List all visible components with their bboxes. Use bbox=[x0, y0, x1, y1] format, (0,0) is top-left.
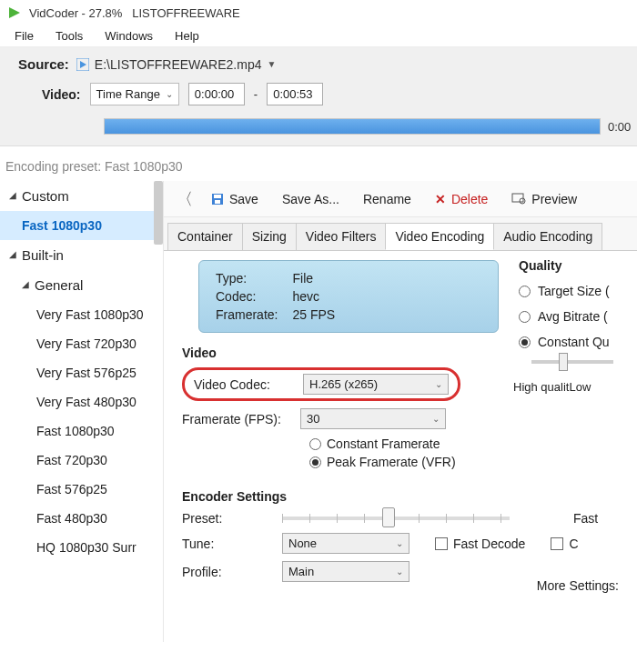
svg-rect-6 bbox=[512, 194, 523, 202]
save-as-button[interactable]: Save As... bbox=[273, 186, 349, 212]
checkbox-icon bbox=[551, 537, 563, 550]
video-mode-dropdown[interactable]: Time Range⌄ bbox=[90, 83, 179, 105]
tab-video-filters[interactable]: Video Filters bbox=[296, 223, 387, 250]
slider-thumb[interactable] bbox=[382, 507, 395, 527]
framerate-select[interactable]: 30⌄ bbox=[300, 408, 446, 429]
encode-progress bbox=[104, 118, 601, 135]
tune-select[interactable]: None⌄ bbox=[282, 533, 410, 554]
slider-thumb[interactable] bbox=[559, 353, 568, 371]
tune-label: Tune: bbox=[182, 537, 273, 551]
quality-panel: Quality Target Size ( Avg Bitrate ( Cons… bbox=[519, 258, 613, 394]
source-label: Source: bbox=[18, 56, 69, 72]
sidebar-group-builtin[interactable]: ◢ Built-in bbox=[0, 240, 163, 270]
video-codec-select[interactable]: H.265 (x265)⌄ bbox=[303, 374, 449, 395]
preset-speed-value: Fast bbox=[573, 511, 598, 526]
menu-windows[interactable]: Windows bbox=[96, 26, 162, 45]
chevron-down-icon: ⌄ bbox=[396, 538, 403, 548]
fast-decode-checkbox[interactable]: Fast Decode bbox=[435, 537, 525, 551]
menu-tools[interactable]: Tools bbox=[46, 26, 92, 45]
caret-down-icon: ◢ bbox=[22, 279, 29, 289]
more-settings-label: More Settings: bbox=[537, 578, 619, 593]
encoding-preset-line: Encoding preset: Fast 1080p30 bbox=[0, 146, 637, 181]
tab-body: Type:File Codec:hevc Framerate:25 FPS Vi… bbox=[164, 251, 637, 598]
quality-caption: High qualitLow bbox=[513, 380, 613, 394]
scrollbar-thumb[interactable] bbox=[154, 181, 163, 245]
chevron-down-icon: ▼ bbox=[267, 59, 276, 69]
time-start-input[interactable]: 0:00:00 bbox=[188, 83, 245, 105]
preview-button[interactable]: Preview bbox=[502, 186, 586, 212]
chevron-down-icon: ⌄ bbox=[435, 379, 442, 389]
encode-progress-bar bbox=[105, 119, 600, 134]
save-button[interactable]: Save bbox=[202, 186, 268, 212]
time-end-input[interactable]: 0:00:53 bbox=[267, 83, 323, 105]
window-title: VidCoder - 27.8% LISTOFFREEWARE bbox=[29, 6, 240, 20]
radio-icon bbox=[519, 311, 531, 323]
tab-sizing[interactable]: Sizing bbox=[242, 223, 297, 250]
caret-down-icon: ◢ bbox=[9, 190, 16, 200]
chevron-down-icon: ⌄ bbox=[166, 89, 173, 99]
quality-target-radio[interactable]: Target Size ( bbox=[519, 284, 613, 298]
svg-marker-2 bbox=[80, 61, 86, 68]
content-toolbar: 〈 Save Save As... Rename ✕ Delete Previe… bbox=[164, 181, 637, 217]
menu-file[interactable]: File bbox=[5, 26, 43, 45]
sidebar-group-general[interactable]: ◢ General bbox=[0, 270, 163, 300]
sidebar-preset[interactable]: Fast 720p30 bbox=[0, 446, 163, 475]
sidebar-preset[interactable]: Very Fast 720p30 bbox=[0, 329, 163, 358]
progress-right-label: 0:00 bbox=[608, 120, 631, 134]
app-icon bbox=[7, 5, 22, 20]
sidebar-preset[interactable]: Very Fast 480p30 bbox=[0, 387, 163, 416]
tab-audio-encoding[interactable]: Audio Encoding bbox=[493, 223, 602, 250]
chevron-down-icon: ⌄ bbox=[396, 567, 403, 577]
tab-container[interactable]: Container bbox=[167, 223, 243, 250]
sidebar-preset[interactable]: Very Fast 576p25 bbox=[0, 358, 163, 387]
menu-help[interactable]: Help bbox=[166, 26, 208, 45]
preset-slider[interactable] bbox=[282, 517, 510, 520]
chevron-down-icon: ⌄ bbox=[432, 414, 440, 424]
titlebar: VidCoder - 27.8% LISTOFFREEWARE bbox=[0, 0, 637, 25]
tab-video-encoding[interactable]: Video Encoding bbox=[385, 223, 494, 250]
delete-icon: ✕ bbox=[435, 192, 446, 206]
save-icon bbox=[211, 193, 224, 206]
preset-label: Preset: bbox=[182, 511, 273, 526]
preview-icon bbox=[511, 193, 526, 206]
cfr-radio-row[interactable]: Constant Framerate bbox=[309, 436, 624, 451]
svg-marker-0 bbox=[9, 7, 20, 18]
highlight-ring: Video Codec: H.265 (x265)⌄ bbox=[182, 367, 460, 401]
sidebar-preset[interactable]: Fast 480p30 bbox=[0, 504, 163, 533]
encoder-heading: Encoder Settings bbox=[182, 489, 624, 504]
svg-rect-4 bbox=[214, 195, 221, 198]
delete-button[interactable]: ✕ Delete bbox=[426, 186, 497, 212]
partial-checkbox[interactable]: C bbox=[551, 537, 578, 551]
sidebar-preset-fast1080p30-custom[interactable]: Fast 1080p30 bbox=[0, 211, 163, 240]
radio-icon bbox=[519, 286, 531, 297]
source-panel: Source: E:\LISTOFFREEWARE2.mp4 ▼ Video: … bbox=[0, 47, 637, 146]
checkbox-icon bbox=[435, 537, 448, 550]
dash-separator: - bbox=[254, 87, 258, 101]
tabs: Container Sizing Video Filters Video Enc… bbox=[164, 217, 637, 251]
quality-avg-radio[interactable]: Avg Bitrate ( bbox=[519, 309, 613, 324]
source-file-button[interactable]: E:\LISTOFFREEWARE2.mp4 ▼ bbox=[76, 57, 277, 72]
profile-label: Profile: bbox=[182, 565, 273, 579]
back-button[interactable]: 〈 bbox=[171, 185, 197, 214]
video-label: Video: bbox=[42, 87, 81, 102]
rename-button[interactable]: Rename bbox=[354, 186, 420, 212]
sidebar-group-custom[interactable]: ◢ Custom bbox=[0, 181, 163, 211]
preset-sidebar: ◢ Custom Fast 1080p30 ◢ Built-in ◢ Gener… bbox=[0, 181, 164, 642]
sidebar-preset[interactable]: HQ 1080p30 Surr bbox=[0, 533, 163, 562]
profile-select[interactable]: Main⌄ bbox=[282, 561, 410, 582]
menubar: File Tools Windows Help bbox=[0, 25, 637, 47]
caret-down-icon: ◢ bbox=[9, 249, 16, 259]
sidebar-preset[interactable]: Fast 576p25 bbox=[0, 475, 163, 504]
pfr-radio-row[interactable]: Peak Framerate (VFR) bbox=[309, 455, 624, 469]
radio-icon bbox=[309, 438, 321, 450]
quality-cq-radio[interactable]: Constant Qu bbox=[519, 335, 613, 349]
radio-checked-icon bbox=[309, 456, 321, 468]
source-info-box: Type:File Codec:hevc Framerate:25 FPS bbox=[198, 260, 499, 333]
source-path: E:\LISTOFFREEWARE2.mp4 bbox=[95, 57, 262, 72]
main-split: ◢ Custom Fast 1080p30 ◢ Built-in ◢ Gener… bbox=[0, 181, 637, 642]
video-codec-label: Video Codec: bbox=[194, 377, 294, 392]
quality-slider[interactable] bbox=[531, 360, 613, 364]
sidebar-preset[interactable]: Very Fast 1080p30 bbox=[0, 300, 163, 329]
svg-point-7 bbox=[520, 198, 525, 204]
sidebar-preset[interactable]: Fast 1080p30 bbox=[0, 416, 163, 446]
